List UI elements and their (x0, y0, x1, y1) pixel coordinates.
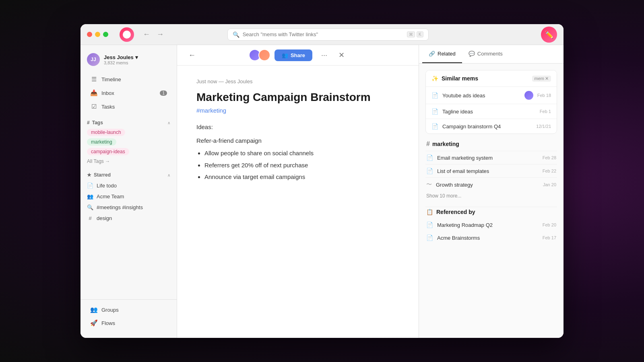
sidebar-item-label: Groups (101, 307, 119, 313)
doc-icon: 📄 (431, 123, 438, 130)
tag-mem-email-marketing[interactable]: 📄 Email marketing system Feb 28 (425, 151, 557, 164)
starred-item-acme-team[interactable]: 👥 Acme Team (84, 191, 173, 202)
hash-icon: # (87, 215, 93, 221)
doc-title[interactable]: Marketing Campaign Brainstorm (196, 91, 399, 104)
marketing-tag-section: # marketing 📄 Email marketing system Feb… (425, 140, 557, 200)
similar-mem-item-campaign-q4[interactable]: 📄 Campaign brainstorm Q4 12/1/21 (426, 119, 557, 134)
sidebar-item-label: Inbox (101, 90, 114, 96)
more-button[interactable]: ··· (319, 49, 330, 61)
related-tab-label: Related (438, 51, 456, 57)
hash-icon: # (87, 120, 90, 125)
ref-item-date: Feb 20 (543, 222, 556, 227)
doc-toolbar: ← 👥 Share ··· ✕ (177, 45, 419, 66)
close-window-button[interactable] (87, 32, 92, 37)
doc-body: Just now — Jess Joules Marketing Campaig… (177, 66, 419, 338)
sidebar-item-tasks[interactable]: ☑ Tasks (84, 100, 173, 113)
referenced-by-section: 📋 Referenced by 📄 Marketing Roadmap Q2 F… (425, 209, 557, 244)
tasks-icon: ☑ (90, 103, 97, 110)
search-bar[interactable]: 🔍 ⌘ K (227, 29, 429, 41)
inbox-icon: 📥 (90, 89, 97, 97)
tag-marketing[interactable]: marketing (87, 138, 116, 146)
doc-heading: Ideas: (196, 122, 399, 132)
compose-button[interactable]: ✏️ (541, 27, 557, 43)
related-tab-icon: 🔗 (429, 51, 435, 57)
mem-item-title: Youtube ads ideas (442, 93, 520, 99)
starred-chevron[interactable]: ∧ (167, 173, 170, 177)
doc-icon: 📄 (431, 92, 438, 99)
user-name: Jess Joules ▾ (104, 54, 170, 60)
sidebar-item-flows[interactable]: 🚀 Flows (84, 317, 173, 329)
back-button[interactable]: ← (140, 29, 153, 40)
tag-mem-growth-strategy[interactable]: 〜 Growth strategy Jan 20 (425, 177, 557, 191)
tag-mem-list-templates[interactable]: 📄 List of email templates Feb 22 (425, 164, 557, 177)
search-input[interactable] (243, 31, 404, 37)
sidebar-item-label: Flows (101, 320, 115, 326)
doc-icon: 📄 (426, 154, 433, 161)
user-mems-count: 3,832 mems (104, 60, 170, 65)
ref-icon: 📋 (426, 209, 433, 215)
sidebar-item-timeline[interactable]: ☰ Timeline (84, 73, 173, 86)
sidebar-item-inbox[interactable]: 📥 Inbox 1 (84, 86, 173, 99)
star-icon: ★ (87, 172, 91, 178)
main-layout: JJ Jess Joules ▾ 3,832 mems ☰ Timeline 📥… (80, 45, 564, 338)
close-doc-button[interactable]: ✕ (336, 49, 347, 61)
app-logo (120, 27, 134, 42)
search-icon: 🔍 (87, 204, 93, 210)
fullscreen-window-button[interactable] (103, 32, 108, 37)
sidebar-item-label: Timeline (101, 76, 121, 82)
tab-related[interactable]: 🔗 Related (422, 45, 462, 63)
minimize-window-button[interactable] (95, 32, 100, 37)
similar-mems-title: ✨ Similar mems (431, 75, 478, 82)
hash-icon: # (426, 140, 430, 148)
mem-item-date: Feb 22 (543, 169, 556, 173)
tag-campaign-ideas[interactable]: campaign-ideas (87, 148, 129, 155)
similar-mems-header: ✨ Similar mems mem ✕ (426, 70, 557, 86)
ref-item-acme-brainstorms[interactable]: 📄 Acme Brainstorms Feb 17 (425, 231, 557, 244)
tags-section-title: # Tags (87, 120, 103, 125)
mem-item-date: 12/1/21 (536, 124, 551, 129)
starred-item-life-todo[interactable]: 📄 Life todo (84, 180, 173, 191)
referenced-by-title: Referenced by (436, 209, 475, 215)
starred-section-header: ★ Starred ∧ (80, 169, 177, 179)
mem-badge[interactable]: mem ✕ (532, 76, 551, 82)
sidebar-footer: 👥 Groups 🚀 Flows (80, 299, 177, 333)
tag-mobile-launch[interactable]: mobile-launch (87, 129, 125, 136)
similar-mem-item-youtube-ads[interactable]: 📄 Youtube ads ideas Feb 18 (426, 86, 557, 104)
doc-content[interactable]: Ideas: Refer-a-friend campaign Allow peo… (196, 122, 399, 182)
starred-item-label: design (97, 215, 112, 221)
doc-icon: 📄 (87, 183, 93, 189)
collaborator-avatar-2 (258, 49, 270, 61)
doc-bullet-3: Announce via target email campaigns (204, 172, 399, 182)
timeline-icon: ☰ (90, 76, 97, 83)
starred-item-design[interactable]: # design (84, 213, 173, 224)
starred-item-meetings-insights[interactable]: 🔍 #meetings #insights (84, 202, 173, 213)
share-button[interactable]: 👥 Share (275, 49, 312, 61)
nav-arrows: ← → (140, 29, 166, 40)
growth-icon: 〜 (426, 181, 432, 188)
tab-comments[interactable]: 💬 Comments (462, 45, 509, 63)
tags-chevron[interactable]: ∧ (167, 121, 170, 125)
tags-section-header: # Tags ∧ (80, 117, 177, 127)
inbox-badge: 1 (160, 90, 167, 96)
ref-item-marketing-roadmap[interactable]: 📄 Marketing Roadmap Q2 Feb 20 (425, 218, 557, 231)
similar-mem-item-tagline[interactable]: 📄 Tagline ideas Feb 1 (426, 104, 557, 119)
forward-button[interactable]: → (154, 29, 166, 40)
comments-tab-label: Comments (477, 51, 503, 57)
doc-subheading: Refer-a-friend campaign (196, 136, 399, 146)
starred-item-label: Acme Team (97, 193, 124, 200)
user-section: JJ Jess Joules ▾ 3,832 mems (80, 50, 177, 72)
comments-tab-icon: 💬 (469, 51, 475, 57)
doc-meta: Just now — Jess Joules (196, 78, 399, 84)
ref-item-title: Acme Brainstorms (437, 235, 539, 241)
mem-badge-close[interactable]: ✕ (545, 76, 549, 81)
doc-back-button[interactable]: ← (185, 49, 199, 61)
all-tags-link[interactable]: All Tags → (80, 157, 177, 166)
avatar: JJ (87, 53, 100, 66)
wand-icon: ✨ (431, 75, 438, 82)
show-more-button[interactable]: Show 10 more... (425, 191, 557, 200)
panel-tabs: 🔗 Related 💬 Comments (419, 45, 564, 64)
doc-tag[interactable]: #marketing (196, 107, 399, 114)
sidebar-item-groups[interactable]: 👥 Groups (84, 303, 173, 316)
mem-item-title: List of email templates (437, 168, 539, 174)
ref-item-date: Feb 17 (543, 235, 556, 240)
